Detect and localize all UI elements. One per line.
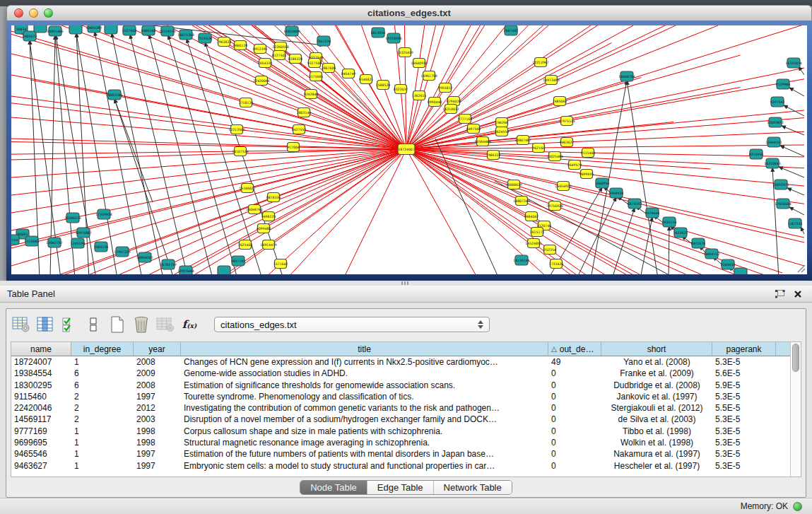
close-panel-icon[interactable]	[791, 288, 805, 300]
table-cell[interactable]: 1	[71, 460, 134, 472]
table-cell[interactable]: 5.3E-5	[712, 356, 776, 368]
table-cell[interactable]: Tourette syndrome. Phenomenology and cla…	[181, 391, 548, 402]
table-cell[interactable]: 5.9E-5	[712, 380, 776, 391]
column-header-title[interactable]: title	[181, 342, 548, 356]
table-cell[interactable]: 0	[548, 437, 601, 448]
table-cell[interactable]: 2	[71, 402, 134, 414]
table-cell[interactable]: 5.6E-5	[712, 368, 776, 379]
tab-edge-table[interactable]: Edge Table	[367, 481, 434, 494]
table-cell[interactable]: 18300295	[11, 380, 71, 391]
table-cell[interactable]: Genome-wide association studies in ADHD.	[181, 368, 548, 379]
table-cell[interactable]: 2009	[134, 368, 181, 379]
table-cell[interactable]: Jankovic et al. (1997)	[601, 391, 712, 402]
network-canvas[interactable]: 1683424055722089140610655287152760264661…	[11, 25, 807, 274]
table-cell[interactable]: 1998	[134, 437, 181, 448]
table-cell[interactable]: 1	[71, 437, 134, 448]
table-cell[interactable]: Nakamura et al. (1997)	[601, 448, 712, 460]
table-cell[interactable]: 18724007	[11, 356, 71, 368]
table-cell[interactable]: Changes of HCN gene expression and I(f) …	[181, 356, 548, 368]
row-height-button[interactable]	[83, 314, 104, 335]
tab-network-table[interactable]: Network Table	[434, 481, 512, 494]
table-cell[interactable]: 14569117	[11, 414, 71, 425]
table-cell[interactable]: 2012	[134, 402, 181, 414]
table-cell[interactable]: Disruption of a novel member of a sodium…	[181, 414, 548, 425]
table-cell[interactable]: 1997	[134, 448, 181, 460]
table-cell[interactable]: 6	[71, 368, 134, 379]
table-cell[interactable]: 0	[548, 380, 601, 391]
column-header-outde[interactable]: △out_de…	[548, 342, 601, 356]
network-window-titlebar[interactable]: citations_edges.txt	[6, 5, 812, 21]
scrollbar-thumb[interactable]	[792, 344, 799, 372]
splitter-grip-icon[interactable]	[401, 281, 408, 285]
table-cell[interactable]: 6	[71, 380, 134, 391]
table-cell[interactable]: 1	[71, 448, 134, 460]
tab-node-table[interactable]: Node Table	[300, 481, 367, 494]
table-row[interactable]: 977716911998Corpus callosum shape and si…	[11, 426, 790, 437]
column-header-short[interactable]: short	[601, 342, 712, 356]
table-cell[interactable]: 0	[548, 391, 601, 402]
table-cell[interactable]: 9699695	[11, 437, 71, 448]
table-row[interactable]: 946554611997Estimation of the future num…	[11, 448, 790, 460]
table-cell[interactable]: Corpus callosum shape and size in male p…	[181, 426, 548, 437]
table-cell[interactable]: 0	[548, 402, 601, 414]
table-cell[interactable]: 5.3E-5	[712, 460, 776, 472]
panel-splitter[interactable]	[0, 281, 812, 286]
table-cell[interactable]: 9463627	[11, 460, 71, 472]
table-settings-button[interactable]	[11, 314, 32, 335]
table-cell[interactable]: 0	[548, 460, 601, 472]
table-row[interactable]: 2242004622012Investigating the contribut…	[11, 402, 790, 414]
table-cell[interactable]: Investigating the contribution of common…	[181, 402, 548, 414]
table-header-row[interactable]: namein_degreeyeartitle△out_de…shortpager…	[11, 342, 790, 356]
table-cell[interactable]: 0	[548, 368, 601, 379]
table-cell[interactable]: Estimation of significance thresholds fo…	[181, 380, 548, 391]
table-cell[interactable]: 9115460	[11, 391, 71, 402]
table-cell[interactable]: 1997	[134, 391, 181, 402]
table-row[interactable]: 969969511998Structural magnetic resonanc…	[11, 437, 790, 448]
delete-table-button[interactable]	[155, 314, 176, 335]
delete-button[interactable]	[131, 314, 152, 335]
table-cell[interactable]: Wolkin et al. (1998)	[601, 437, 712, 448]
table-cell[interactable]: Yano et al. (2008)	[601, 356, 712, 368]
graph-node[interactable]	[69, 25, 82, 34]
table-row[interactable]: 1456911722003Disruption of a novel membe…	[11, 414, 790, 425]
column-header-name[interactable]: name	[11, 342, 71, 356]
table-cell[interactable]: 2	[71, 414, 134, 425]
table-cell[interactable]: 5.3E-5	[712, 437, 776, 448]
table-row[interactable]: 1830029562008Estimation of significance …	[11, 380, 790, 391]
memory-status-icon[interactable]	[793, 502, 802, 511]
table-cell[interactable]: 2008	[134, 356, 181, 368]
table-cell[interactable]: 1997	[134, 460, 181, 472]
table-cell[interactable]: de Silva et al. (2003)	[601, 414, 712, 425]
table-row[interactable]: 1938455462009Genome-wide association stu…	[11, 368, 790, 379]
graph-node[interactable]	[734, 268, 747, 274]
table-cell[interactable]: 19384554	[11, 368, 71, 379]
table-cell[interactable]: Dudbridge et al. (2008)	[601, 380, 712, 391]
table-cell[interactable]: 2003	[134, 414, 181, 425]
new-document-button[interactable]	[107, 314, 128, 335]
table-cell[interactable]: 5.3E-5	[712, 426, 776, 437]
table-vertical-scrollbar[interactable]	[790, 342, 801, 477]
graph-node[interactable]	[218, 266, 230, 274]
table-cell[interactable]: 1998	[134, 426, 181, 437]
resize-grip-icon[interactable]	[796, 263, 806, 273]
table-row[interactable]: 911546021997Tourette syndrome. Phenomeno…	[11, 391, 790, 402]
float-panel-icon[interactable]	[772, 288, 787, 300]
column-header-pagerank[interactable]: pagerank	[712, 342, 776, 356]
table-cell[interactable]: 0	[548, 448, 601, 460]
table-cell[interactable]: 9777169	[11, 426, 71, 437]
table-cell[interactable]: 2008	[134, 380, 181, 391]
table-cell[interactable]: 5.3E-5	[712, 414, 776, 425]
column-header-indegree[interactable]: in_degree	[71, 342, 134, 356]
function-builder-button[interactable]: f(x)	[179, 314, 200, 335]
table-row[interactable]: 946362711997Embryonic stem cells: a mode…	[11, 460, 790, 472]
table-cell[interactable]: 5.5E-5	[712, 402, 776, 414]
table-cell[interactable]: 5.3E-5	[712, 448, 776, 460]
table-cell[interactable]: 49	[548, 356, 601, 368]
graph-node[interactable]	[105, 25, 117, 34]
column-header-year[interactable]: year	[134, 342, 181, 356]
table-cell[interactable]: 1	[71, 356, 134, 368]
show-column-button[interactable]	[35, 314, 56, 335]
table-cell[interactable]: 0	[548, 414, 601, 425]
graph-node[interactable]	[34, 25, 47, 33]
table-cell[interactable]: Tibbo et al. (1998)	[601, 426, 712, 437]
